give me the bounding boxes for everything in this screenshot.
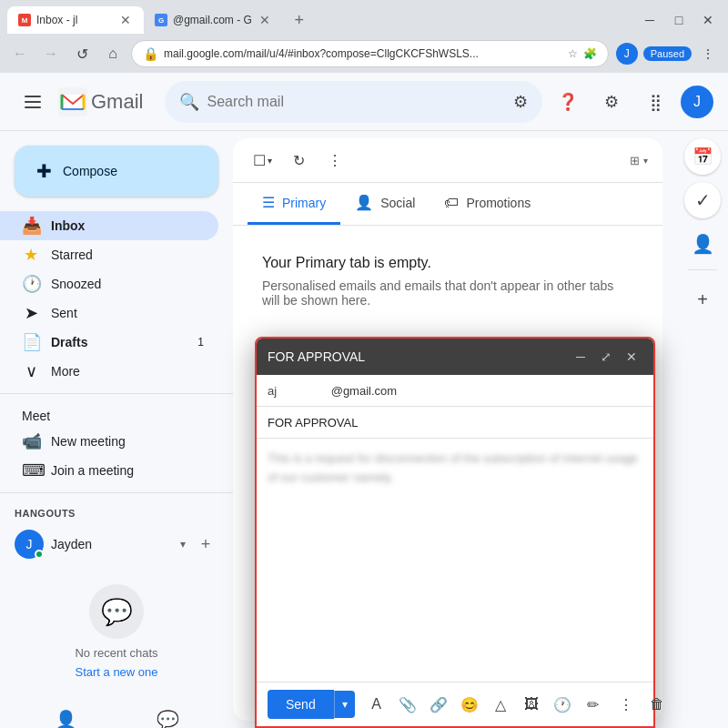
snoozed-icon: 🕐: [22, 274, 40, 294]
sidebar-item-drafts[interactable]: 📄 Drafts 1: [0, 328, 218, 357]
maximize-button[interactable]: □: [666, 7, 692, 33]
browser-right-icons: J Paused ⋮: [614, 41, 721, 66]
url-text: mail.google.com/mail/u/4/#inbox?compose=…: [164, 47, 562, 60]
home-button[interactable]: ⌂: [100, 41, 126, 66]
tasks-icon-button[interactable]: ✓: [684, 182, 721, 218]
tab-title-2: @gmail.com - G: [173, 14, 252, 26]
hamburger-menu-button[interactable]: [15, 84, 51, 120]
minimize-button[interactable]: ─: [637, 7, 662, 33]
snoozed-label: Snoozed: [51, 277, 204, 291]
hangout-add-button[interactable]: +: [193, 531, 218, 557]
tab-close-1[interactable]: ✕: [118, 13, 133, 27]
select-all-button[interactable]: ☐ ▾: [248, 146, 277, 175]
compose-window-header[interactable]: FOR APPROVAL ─ ⤢ ✕: [257, 339, 653, 375]
hangout-dropdown-icon[interactable]: ▾: [180, 538, 186, 551]
join-meeting-label: Join a meeting: [51, 463, 204, 478]
sidebar-item-join-meeting[interactable]: ⌨ Join a meeting: [0, 456, 218, 485]
more-icon: ∨: [22, 361, 40, 381]
start-new-chat-link[interactable]: Start a new one: [75, 665, 157, 679]
link-button[interactable]: 🔗: [424, 690, 453, 719]
sidebar-item-snoozed[interactable]: 🕐 Snoozed: [0, 269, 218, 298]
empty-inbox-area: Your Primary tab is empty. Personalised …: [233, 226, 662, 337]
google-apps-button[interactable]: ⣿: [637, 84, 673, 120]
compose-expand-button[interactable]: ⤢: [595, 346, 617, 368]
tab-close-2[interactable]: ✕: [258, 13, 272, 27]
browser-tab-1[interactable]: M Inbox - jl ✕: [7, 6, 144, 34]
formatting-button[interactable]: A: [362, 690, 391, 719]
compose-body-area[interactable]: This is a request for disconnection of t…: [257, 439, 653, 682]
compose-overlay: FOR APPROVAL ─ ⤢ ✕ aj @gmail.com FOR APP…: [255, 337, 655, 728]
contacts-icon-button[interactable]: 👤: [684, 226, 721, 262]
add-panel-button[interactable]: +: [684, 281, 721, 318]
profile-icon[interactable]: J: [614, 41, 640, 66]
no-chats-text: No recent chats: [15, 646, 218, 660]
compose-to-email: @gmail.com: [331, 384, 397, 398]
lock-icon: 🔒: [143, 46, 158, 61]
photo-button[interactable]: 🖼: [517, 690, 546, 719]
compose-subject-row: FOR APPROVAL: [257, 407, 653, 439]
join-meeting-icon: ⌨: [22, 460, 40, 480]
meet-title: Meet: [0, 401, 233, 427]
bookmark-star-icon[interactable]: ☆: [568, 47, 578, 60]
refresh-button[interactable]: ↻: [284, 146, 313, 175]
back-button[interactable]: ←: [7, 41, 33, 66]
close-button[interactable]: ✕: [695, 7, 721, 33]
sidebar-item-sent[interactable]: ➤ Sent: [0, 298, 218, 328]
attach-button[interactable]: 📎: [393, 690, 422, 719]
view-dropdown-icon[interactable]: ▾: [643, 156, 648, 166]
svg-rect-2: [25, 106, 41, 108]
calendar-icon-button[interactable]: 📅: [684, 138, 721, 175]
send-button[interactable]: Send: [268, 690, 334, 719]
paused-badge[interactable]: Paused: [643, 46, 692, 61]
tab-favicon-1: M: [18, 14, 31, 26]
discard-button[interactable]: 🗑: [642, 690, 672, 719]
new-tab-button[interactable]: +: [287, 7, 312, 33]
send-dropdown-button[interactable]: ▾: [334, 691, 355, 718]
search-bar[interactable]: 🔍 ⚙: [165, 81, 542, 123]
compose-close-button[interactable]: ✕: [621, 346, 642, 368]
schedule-button[interactable]: 🕐: [548, 690, 577, 719]
gmail-logo: Gmail: [58, 87, 143, 116]
browser-menu-button[interactable]: ⋮: [695, 41, 721, 66]
promotions-tab-label: Promotions: [466, 196, 531, 210]
people-icon[interactable]: 👤: [55, 709, 77, 728]
help-button[interactable]: ❓: [550, 84, 586, 120]
settings-button[interactable]: ⚙: [593, 84, 630, 120]
emoji-button[interactable]: 😊: [455, 690, 484, 719]
view-options: ⊞ ▾: [630, 154, 648, 167]
browser-tab-2[interactable]: G @gmail.com - G ✕: [144, 6, 283, 34]
extension-icon[interactable]: 🧩: [583, 47, 597, 60]
tab-promotions[interactable]: 🏷 Promotions: [430, 184, 545, 225]
search-filter-icon[interactable]: ⚙: [513, 92, 528, 112]
social-tab-label: Social: [380, 196, 415, 210]
sidebar-item-new-meeting[interactable]: 📹 New meeting: [0, 427, 218, 456]
user-avatar[interactable]: J: [681, 86, 713, 118]
tab-title-1: Inbox - jl: [36, 14, 113, 26]
compose-title: FOR APPROVAL: [268, 349, 365, 364]
compose-minimize-button[interactable]: ─: [570, 346, 592, 368]
checkbox-icon: ☐: [253, 152, 266, 169]
more-actions-button[interactable]: ⋮: [320, 146, 349, 175]
empty-inbox-description: Personalised emails and emails that don'…: [262, 278, 626, 308]
more-options-button[interactable]: ⋮: [612, 690, 641, 719]
sidebar-item-more[interactable]: ∨ More: [0, 357, 218, 386]
sidebar-item-inbox[interactable]: 📥 Inbox: [0, 211, 218, 240]
search-input[interactable]: [207, 94, 506, 110]
address-bar[interactable]: 🔒 mail.google.com/mail/u/4/#inbox?compos…: [131, 40, 609, 67]
new-meeting-icon: 📹: [22, 431, 40, 451]
hangout-user[interactable]: J Jayden ▾ +: [15, 526, 218, 562]
drafts-icon: 📄: [22, 332, 40, 352]
svg-rect-1: [25, 101, 41, 103]
reload-button[interactable]: ↺: [69, 41, 95, 66]
address-bar-icons: ☆ 🧩: [568, 47, 597, 60]
signature-button[interactable]: ✏: [579, 690, 608, 719]
sidebar-item-starred[interactable]: ★ Starred: [0, 240, 218, 269]
compose-button[interactable]: ✚ Compose: [15, 146, 218, 197]
chat-icon[interactable]: 💬: [157, 709, 179, 728]
compose-plus-icon: ✚: [36, 160, 52, 182]
tab-social[interactable]: 👤 Social: [340, 183, 430, 225]
tab-primary[interactable]: ☰ Primary: [248, 183, 340, 225]
forward-button[interactable]: →: [38, 41, 64, 66]
drive-button[interactable]: △: [486, 690, 515, 719]
hangouts-section: Hangouts J Jayden ▾ +: [0, 500, 233, 570]
